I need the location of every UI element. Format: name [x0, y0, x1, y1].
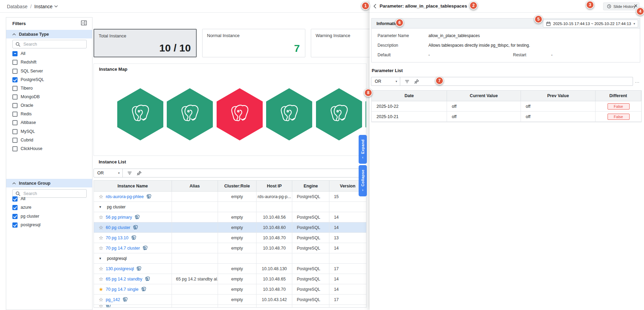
column-header[interactable]: Date — [372, 91, 447, 101]
table-row[interactable]: rds-aurora-pg-phlee empty rds-aurora-pg-… — [94, 192, 366, 202]
filter-option-oracle[interactable]: Oracle — [12, 102, 33, 109]
card-total-instance[interactable]: Total Instance 10 / 10 — [94, 29, 197, 57]
postgresql-icon[interactable] — [145, 276, 150, 282]
filter-option-mysql[interactable]: MySQL — [12, 128, 35, 135]
instance-hexagon-normal[interactable] — [316, 88, 362, 140]
table-row[interactable]: 65 pg 14.2 standby 65 pg 14.2 standby al… — [94, 274, 366, 284]
instance-link[interactable]: 65 pg 14.2 standby — [106, 277, 142, 282]
pin-icon[interactable] — [137, 170, 142, 176]
filter-option-postgresql[interactable]: PostgreSQL — [12, 76, 44, 83]
instance-link[interactable]: pg_142 — [106, 297, 120, 302]
section-header-database-type[interactable]: Database Type — [6, 30, 92, 38]
favorite-star-icon[interactable] — [99, 215, 103, 220]
database-type-search-input[interactable] — [23, 42, 78, 47]
instance-link[interactable]: rds-aurora-pg-phlee — [106, 194, 143, 199]
filter-option-mongodb[interactable]: MongoDB — [12, 93, 40, 100]
checkbox[interactable] — [12, 60, 18, 65]
checkbox[interactable] — [12, 103, 18, 108]
postgresql-icon[interactable] — [136, 266, 142, 272]
postgresql-icon[interactable] — [122, 297, 128, 302]
collapse-triangle-icon[interactable] — [99, 257, 102, 260]
filter-option-clickhouse[interactable]: ClickHouse — [12, 145, 42, 152]
column-header[interactable]: Cluster:Role — [218, 181, 257, 191]
favorite-star-icon[interactable] — [99, 235, 103, 240]
filter-option-altibase[interactable]: Altibase — [12, 119, 36, 126]
group-option-pg-cluster[interactable]: pg cluster — [12, 213, 39, 220]
favorite-star-icon[interactable] — [99, 276, 103, 282]
instance-link[interactable]: 56 pg primary — [106, 215, 132, 220]
collapse-sidebar-icon[interactable] — [81, 20, 87, 26]
checkbox-checked[interactable] — [12, 196, 18, 202]
checkbox-indeterminate[interactable] — [12, 51, 18, 56]
checkbox-checked[interactable] — [12, 77, 18, 82]
column-header[interactable]: Instance Name — [94, 181, 172, 191]
checkbox[interactable] — [12, 146, 18, 151]
checkbox-checked[interactable] — [12, 205, 18, 210]
pin-icon[interactable] — [414, 79, 419, 84]
checkbox[interactable] — [12, 120, 18, 125]
postgresql-icon[interactable] — [142, 245, 148, 251]
filter-icon[interactable] — [404, 79, 410, 84]
operator-select[interactable]: OR ▾ — [94, 169, 123, 177]
column-header[interactable]: Prev Value — [521, 91, 596, 101]
table-row[interactable]: pg_142 empty 10.10.43.142 PostgreSQL 17 — [94, 295, 366, 305]
checkbox[interactable] — [12, 94, 18, 100]
filter-option-tibero[interactable]: Tibero — [12, 85, 33, 92]
checkbox[interactable] — [12, 86, 18, 91]
instance-link[interactable]: 70 pg 14.7 single — [106, 287, 138, 292]
section-header-instance-group[interactable]: Instance Group — [6, 179, 92, 187]
group-row[interactable]: pg cluster — [94, 202, 366, 212]
group-row[interactable]: postgresql — [94, 253, 366, 264]
favorite-star-icon-filled[interactable] — [99, 287, 103, 292]
more-options-icon[interactable] — [635, 78, 640, 84]
instance-hexagon-normal[interactable] — [266, 88, 312, 140]
table-row[interactable]: 70 pg 14.7 cluster empty 10.10.48.70 Pos… — [94, 243, 366, 253]
expand-panel-button[interactable]: Expand ‹ — [359, 135, 367, 164]
collapse-panel-button[interactable]: Collapse › — [359, 165, 367, 196]
checkbox[interactable] — [12, 69, 18, 74]
operator-select[interactable]: OR ▾ — [371, 77, 400, 85]
table-row[interactable]: 70 pg 13.10 empty 10.10.48.70 PostgreSQL… — [94, 233, 366, 243]
favorite-star-icon[interactable] — [99, 297, 103, 302]
postgresql-icon[interactable] — [131, 235, 137, 241]
postgresql-icon[interactable] — [141, 287, 146, 292]
postgresql-icon[interactable] — [146, 194, 152, 199]
table-row[interactable]: 130.postgresql empty 10.10.48.130 Postgr… — [94, 264, 366, 274]
back-icon[interactable] — [373, 4, 376, 9]
checkbox[interactable] — [12, 138, 18, 143]
instance-group-search-input[interactable] — [23, 191, 78, 196]
filter-option-redshift[interactable]: Redshift — [12, 59, 36, 66]
close-icon[interactable] — [634, 3, 638, 9]
group-option-postgresql[interactable]: postgresql — [12, 221, 41, 228]
column-header[interactable]: Engine — [292, 181, 329, 191]
table-row[interactable]: 2025-10-22 off off False — [372, 101, 641, 112]
filter-option-sqlserver[interactable]: SQL Server — [12, 68, 43, 74]
favorite-star-icon[interactable] — [99, 194, 103, 199]
postgresql-icon[interactable] — [133, 225, 138, 230]
instance-link[interactable]: 60 pg cluster — [106, 225, 130, 230]
checkbox[interactable] — [12, 129, 18, 134]
favorite-star-icon[interactable] — [99, 266, 103, 271]
checkbox[interactable] — [12, 112, 18, 117]
checkbox-checked[interactable] — [12, 214, 18, 219]
table-row[interactable]: 2025-10-21 off off False — [372, 112, 641, 122]
instance-hexagon-warning[interactable] — [217, 88, 263, 140]
checkbox-checked[interactable] — [12, 222, 18, 228]
postgresql-icon[interactable] — [134, 215, 140, 220]
column-header[interactable]: Different — [596, 91, 641, 101]
instance-link[interactable]: 130.postgresql — [106, 266, 134, 271]
breadcrumb-instance[interactable]: Instance — [34, 4, 58, 9]
group-option-all[interactable]: All — [12, 195, 25, 202]
filter-option-redis[interactable]: Redis — [12, 111, 32, 117]
card-normal-instance[interactable]: Normal Instance 7 — [202, 29, 305, 57]
table-row-selected[interactable]: 60 pg cluster empty 10.10.48.60 PostgreS… — [94, 222, 366, 233]
instance-link[interactable]: 70 pg 14.7 cluster — [106, 246, 140, 251]
collapse-triangle-icon[interactable] — [99, 205, 102, 209]
favorite-star-icon[interactable] — [99, 225, 103, 230]
filter-option-cubrid[interactable]: Cubrid — [12, 137, 33, 143]
filter-option-all[interactable]: All — [12, 50, 25, 57]
breadcrumb-database[interactable]: Database — [7, 4, 28, 9]
group-option-azure[interactable]: azure — [12, 204, 31, 211]
filter-icon[interactable] — [127, 170, 132, 176]
column-header[interactable]: Current Value — [447, 91, 521, 101]
